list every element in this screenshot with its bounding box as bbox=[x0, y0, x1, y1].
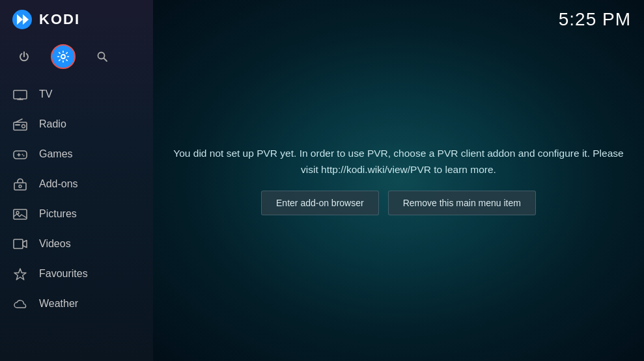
sidebar-item-radio[interactable]: Radio bbox=[0, 109, 153, 139]
svg-point-10 bbox=[22, 154, 23, 155]
sidebar-item-weather[interactable]: Weather bbox=[0, 289, 153, 319]
kodi-logo-icon bbox=[12, 9, 33, 30]
sidebar-icon-bar bbox=[0, 39, 153, 77]
pvr-message-text: You did not set up PVR yet. In order to … bbox=[164, 146, 633, 177]
enter-addon-browser-button[interactable]: Enter add-on browser bbox=[261, 191, 379, 215]
sidebar-nav: TV Radio Games bbox=[0, 77, 153, 361]
radio-icon bbox=[12, 116, 29, 133]
svg-point-3 bbox=[61, 55, 65, 59]
favourites-icon bbox=[12, 265, 29, 282]
clock: 5:25 PM bbox=[559, 9, 631, 30]
svg-rect-5 bbox=[14, 90, 27, 99]
tv-icon bbox=[12, 86, 29, 103]
sidebar: KODI bbox=[0, 0, 153, 361]
pvr-buttons: Enter add-on browser Remove this main me… bbox=[261, 191, 536, 215]
svg-point-11 bbox=[23, 155, 25, 157]
sidebar-item-favourites-label: Favourites bbox=[39, 268, 88, 280]
svg-point-13 bbox=[19, 185, 21, 188]
app-title: KODI bbox=[39, 11, 80, 28]
addons-icon bbox=[12, 176, 29, 193]
videos-icon bbox=[12, 235, 29, 252]
weather-icon bbox=[12, 295, 29, 312]
settings-button[interactable] bbox=[51, 44, 76, 69]
svg-rect-8 bbox=[15, 124, 20, 126]
pictures-icon bbox=[12, 206, 29, 222]
sidebar-header: KODI bbox=[0, 0, 153, 39]
svg-rect-16 bbox=[14, 239, 23, 248]
sidebar-item-addons-label: Add-ons bbox=[39, 178, 78, 190]
power-button[interactable] bbox=[12, 44, 36, 69]
sidebar-item-weather-label: Weather bbox=[39, 298, 78, 310]
pvr-message-box: You did not set up PVR yet. In order to … bbox=[164, 146, 633, 215]
main-content: 5:25 PM You did not set up PVR yet. In o… bbox=[153, 0, 644, 361]
games-icon bbox=[12, 146, 29, 163]
sidebar-item-games[interactable]: Games bbox=[0, 139, 153, 169]
sidebar-item-games-label: Games bbox=[39, 148, 73, 160]
sidebar-item-radio-label: Radio bbox=[39, 118, 66, 130]
sidebar-item-favourites[interactable]: Favourites bbox=[0, 259, 153, 289]
svg-point-7 bbox=[22, 125, 25, 128]
svg-point-15 bbox=[16, 211, 19, 214]
sidebar-item-videos-label: Videos bbox=[39, 238, 71, 250]
sidebar-item-videos[interactable]: Videos bbox=[0, 229, 153, 259]
svg-rect-12 bbox=[14, 183, 26, 190]
svg-rect-14 bbox=[14, 209, 27, 219]
sidebar-item-tv-label: TV bbox=[39, 88, 52, 100]
sidebar-item-pictures-label: Pictures bbox=[39, 208, 77, 220]
remove-menu-item-button[interactable]: Remove this main menu item bbox=[388, 191, 536, 215]
search-button[interactable] bbox=[90, 44, 115, 69]
sidebar-item-pictures[interactable]: Pictures bbox=[0, 199, 153, 229]
sidebar-item-addons[interactable]: Add-ons bbox=[0, 169, 153, 199]
sidebar-item-tv[interactable]: TV bbox=[0, 79, 153, 109]
